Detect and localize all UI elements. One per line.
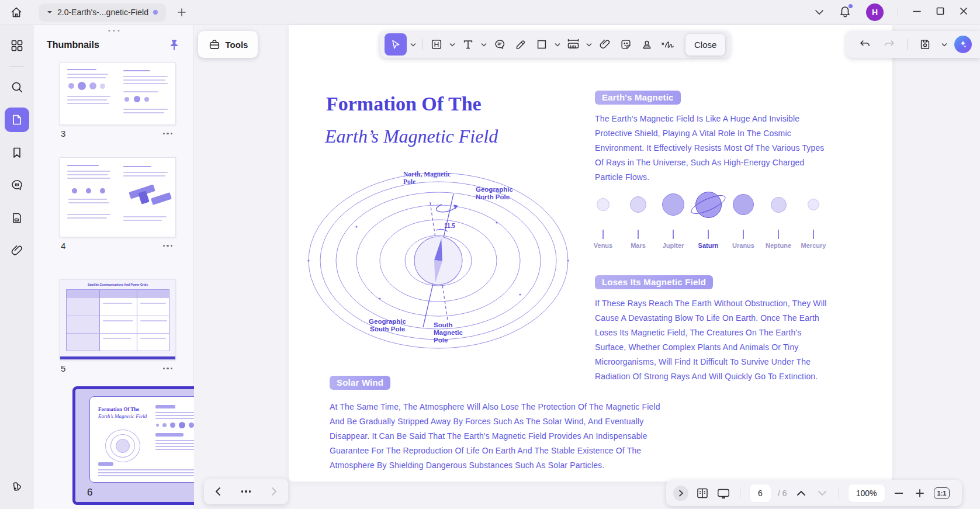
section-text-earths-magnetic: The Earth's Magnetic Field Is Like A Hug… xyxy=(595,112,832,185)
home-button[interactable] xyxy=(5,5,28,19)
page-3-preview[interactable] xyxy=(60,63,176,125)
save-dropdown[interactable] xyxy=(940,43,948,47)
page-5-preview[interactable]: Satellite Communications And Power Grids xyxy=(60,279,176,360)
sidebar-item-bookmarks[interactable] xyxy=(5,140,29,165)
document-viewport: Formation Of The Earth’s Magnetic Field xyxy=(194,25,980,509)
maximize-button[interactable] xyxy=(936,6,945,18)
planet-venus: Venus xyxy=(588,186,618,249)
stamp-icon xyxy=(640,38,653,51)
sidebar-item-comments[interactable] xyxy=(5,173,29,198)
avatar[interactable]: H xyxy=(866,4,884,21)
previous-page-button[interactable] xyxy=(211,484,225,498)
minimize-button[interactable] xyxy=(912,6,922,18)
planet-circle xyxy=(733,194,754,215)
annotation-toolbar: Close xyxy=(380,31,730,58)
planet-jupiter: Jupiter xyxy=(658,186,688,249)
chevron-right-icon xyxy=(678,490,684,497)
comment-icon xyxy=(10,178,24,192)
expand-bar-button[interactable] xyxy=(673,486,688,501)
text-tool-dropdown[interactable] xyxy=(480,43,488,47)
page-more-button[interactable] xyxy=(161,365,175,372)
pencil-tool-button[interactable] xyxy=(511,34,530,54)
chevron-down-icon xyxy=(481,43,487,47)
collapse-toolbar-button[interactable] xyxy=(815,7,824,18)
maximize-icon xyxy=(936,6,945,16)
diagram-label-geo-south: Geographic South Pole xyxy=(365,318,410,333)
measure-tool-dropdown[interactable] xyxy=(585,43,593,47)
heading-tool-button[interactable] xyxy=(427,34,446,54)
panel-drag-handle[interactable] xyxy=(108,30,119,32)
page-more-button[interactable] xyxy=(161,243,175,250)
presenter-icon xyxy=(716,486,730,500)
page-thumbnail[interactable]: 3 xyxy=(60,63,176,138)
sidebar-item-themes[interactable] xyxy=(5,474,29,498)
page-layout-button[interactable] xyxy=(695,486,709,500)
tools-button[interactable]: Tools xyxy=(198,31,258,58)
actual-size-button[interactable]: 1:1 xyxy=(934,487,950,499)
page-4-preview[interactable] xyxy=(60,157,176,237)
close-window-button[interactable] xyxy=(959,6,968,18)
save-button[interactable] xyxy=(916,34,934,54)
next-page-button[interactable] xyxy=(267,484,281,498)
undo-button[interactable] xyxy=(856,34,874,54)
sidebar-item-thumbnails[interactable] xyxy=(5,108,29,132)
page-thumbnail[interactable]: Satellite Communications And Power Grids xyxy=(60,279,176,373)
zoom-level-input[interactable]: 100% xyxy=(849,484,885,502)
page-thumbnail[interactable]: 4 xyxy=(60,157,176,251)
signature-tool-button[interactable] xyxy=(659,34,677,54)
page-number-input[interactable]: 6 xyxy=(750,484,771,502)
pdf-page[interactable]: Formation Of The Earth’s Magnetic Field xyxy=(289,25,892,482)
attach-tool-button[interactable] xyxy=(595,34,614,54)
planet-tick xyxy=(743,230,744,239)
shape-tool-dropdown[interactable] xyxy=(553,43,562,47)
zoom-in-button[interactable] xyxy=(913,486,927,500)
measure-tool-button[interactable] xyxy=(564,34,583,54)
sticker-smiley-icon xyxy=(619,38,632,51)
mini-doc-title: Formation Of The xyxy=(98,406,139,412)
mini-page-title: Satellite Communications And Power Grids xyxy=(60,283,175,286)
sidebar-item-pages[interactable] xyxy=(5,206,29,230)
home-icon xyxy=(9,5,23,19)
planet-uranus: Uranus xyxy=(728,186,759,249)
thumbnails-panel: Thumbnails xyxy=(34,25,194,509)
swatches-icon xyxy=(10,479,24,493)
shape-tool-button[interactable] xyxy=(532,34,551,54)
sticker-tool-button[interactable] xyxy=(617,34,635,54)
divider xyxy=(907,39,908,50)
planet-circle xyxy=(808,199,819,210)
document-tab[interactable]: 2.0-Earth's-...gnetic-Field xyxy=(39,4,166,22)
zoom-out-button[interactable] xyxy=(892,486,906,500)
notifications-button[interactable] xyxy=(838,4,852,20)
heading-tool-dropdown[interactable] xyxy=(448,43,456,47)
planet-label: Mars xyxy=(631,242,646,249)
planet-tick xyxy=(602,230,604,239)
nav-more-button[interactable] xyxy=(239,488,254,495)
page-down-button[interactable] xyxy=(815,486,829,500)
sidebar-item-attachments[interactable] xyxy=(5,238,29,263)
stamp-tool-button[interactable] xyxy=(638,34,656,54)
page-total-label: / 6 xyxy=(778,489,787,498)
redo-button[interactable] xyxy=(880,34,899,54)
planet-label: Saturn xyxy=(698,242,719,249)
chevron-up-icon xyxy=(797,490,806,496)
new-tab-button[interactable] xyxy=(176,7,187,18)
planet-label: Uranus xyxy=(732,242,754,249)
text-tool-button[interactable] xyxy=(459,34,477,54)
sidebar-item-search[interactable] xyxy=(5,75,29,99)
page-more-button[interactable] xyxy=(161,130,175,137)
pin-icon[interactable] xyxy=(168,38,181,52)
sidebar-item-apps[interactable] xyxy=(5,33,29,58)
page-up-button[interactable] xyxy=(794,486,808,500)
close-toolbar-button[interactable]: Close xyxy=(685,34,725,56)
comment-tool-button[interactable] xyxy=(490,34,509,54)
select-tool-dropdown[interactable] xyxy=(409,43,417,47)
page-number: 5 xyxy=(61,363,65,373)
select-tool-button[interactable] xyxy=(385,33,407,56)
planet-tick xyxy=(813,230,814,239)
planet-label: Venus xyxy=(594,242,612,249)
presentation-button[interactable] xyxy=(716,486,730,500)
ai-assistant-button[interactable] xyxy=(954,36,972,53)
planet-saturn: Saturn xyxy=(693,186,723,249)
bookmark-icon xyxy=(10,146,24,160)
section-badge-loses-field: Loses Its Magnetic Field xyxy=(595,275,713,289)
